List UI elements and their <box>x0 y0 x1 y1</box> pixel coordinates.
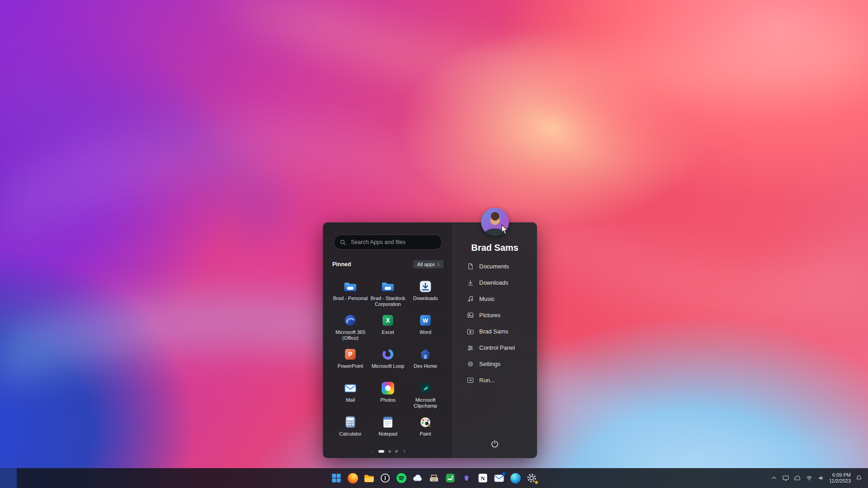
taskbar-left-accent <box>0 468 17 488</box>
quick-link-pictures[interactable]: Pictures <box>453 307 537 323</box>
mouse-cursor <box>501 225 509 235</box>
page-dot[interactable] <box>395 450 398 453</box>
pictures-icon <box>467 311 474 319</box>
pager-prev-icon[interactable] <box>370 449 374 454</box>
mail-icon <box>344 381 357 395</box>
pinned-app-clipchamp[interactable]: Microsoft Clipchamp <box>407 380 444 413</box>
microsoft-365-icon <box>344 314 357 327</box>
app-label: Word <box>420 329 431 335</box>
pinned-app-dev-home[interactable]: Dev Home <box>407 346 444 380</box>
all-apps-button[interactable]: All apps <box>413 260 443 268</box>
pinned-app-word[interactable]: W Word <box>407 312 444 346</box>
volume-icon <box>817 474 825 482</box>
tray-cloud-button[interactable] <box>794 474 801 482</box>
download-icon <box>467 279 474 286</box>
start-button[interactable] <box>331 473 342 483</box>
pinned-app-photos[interactable]: Photos <box>369 380 407 413</box>
pinned-app-microsoft-loop[interactable]: Microsoft Loop <box>369 346 407 380</box>
onedrive-folder-icon <box>344 280 357 293</box>
app-label: Calculator <box>339 431 362 437</box>
app-label: Microsoft Clipchamp <box>407 397 444 408</box>
tray-time: 6:09 PM <box>829 472 851 478</box>
pinned-app-brad-stardock[interactable]: Brad - Stardock Corporation <box>369 278 407 312</box>
pinned-app-paint[interactable]: Paint <box>407 413 444 447</box>
quick-links: Documents Downloads Music Pictures Brad … <box>453 258 537 388</box>
pinned-app-brad-personal[interactable]: Brad - Personal <box>332 278 369 312</box>
taskbar-gem-app[interactable] <box>461 473 472 483</box>
system-tray: 6:09 PM 11/2/2023 <box>770 468 863 488</box>
pinned-app-powerpoint[interactable]: P PowerPoint <box>332 346 369 380</box>
circle-app-icon <box>380 473 391 483</box>
taskbar-typewriter-app[interactable] <box>429 473 439 483</box>
taskbar-settings[interactable] <box>526 473 537 483</box>
bell-icon <box>855 474 863 482</box>
page-dot[interactable] <box>378 450 384 453</box>
notion-icon: N <box>477 473 488 483</box>
quick-link-music[interactable]: Music <box>453 291 537 307</box>
quick-link-downloads[interactable]: Downloads <box>453 274 537 291</box>
quick-link-label: Documents <box>479 263 509 270</box>
taskbar-mail[interactable] <box>494 473 505 483</box>
taskbar-green-app[interactable] <box>445 473 456 483</box>
app-label: Paint <box>420 431 431 437</box>
music-icon <box>467 295 474 303</box>
tray-network-button[interactable] <box>806 474 813 482</box>
notification-center-button[interactable] <box>855 474 863 482</box>
paint-icon <box>419 415 432 429</box>
taskbar-spotify[interactable] <box>396 473 407 483</box>
power-icon <box>490 439 500 449</box>
taskbar-circle-app[interactable] <box>380 473 391 483</box>
quick-link-label: Music <box>479 296 495 302</box>
app-label: Downloads <box>413 296 438 301</box>
pinned-app-calculator[interactable]: Calculator <box>332 413 369 447</box>
tray-display-button[interactable] <box>782 474 789 482</box>
power-button[interactable] <box>487 436 503 451</box>
notepad-icon <box>381 415 395 429</box>
downloads-icon <box>419 280 432 293</box>
svg-text:P: P <box>348 351 352 358</box>
excel-icon: X <box>381 314 395 327</box>
taskbar-cloud-app[interactable] <box>412 473 423 483</box>
quick-link-label: Downloads <box>479 279 508 286</box>
display-icon <box>782 474 789 482</box>
settings-notification-badge <box>534 480 538 484</box>
tray-volume-button[interactable] <box>817 474 825 482</box>
app-label: Excel <box>382 329 394 335</box>
word-icon: W <box>419 314 432 327</box>
search-box[interactable] <box>334 235 442 250</box>
app-label: Microsoft 365 (Office) <box>332 329 369 341</box>
svg-text:N: N <box>481 475 485 482</box>
page-dot[interactable] <box>388 450 391 453</box>
app-label: Photos <box>380 397 396 403</box>
svg-text:X: X <box>386 317 390 324</box>
pager-next-icon[interactable] <box>402 449 406 454</box>
clock[interactable]: 6:09 PM 11/2/2023 <box>829 472 851 484</box>
taskbar-firefox[interactable] <box>347 473 358 483</box>
app-label: Brad - Personal <box>333 296 368 301</box>
pinned-app-mail[interactable]: Mail <box>332 380 369 413</box>
pinned-app-microsoft-365[interactable]: Microsoft 365 (Office) <box>332 312 369 346</box>
wifi-icon <box>806 474 813 482</box>
search-input[interactable] <box>350 239 436 246</box>
taskbar-notion[interactable]: N <box>477 473 488 483</box>
tray-overflow-button[interactable] <box>770 474 778 482</box>
quick-link-control-panel[interactable]: Control Panel <box>453 339 537 356</box>
quick-link-documents[interactable]: Documents <box>453 258 537 274</box>
pinned-app-notepad[interactable]: Notepad <box>369 413 407 447</box>
start-menu-right-pane: Brad Sams Documents Downloads Music Pict… <box>453 223 537 458</box>
calculator-icon <box>344 415 357 429</box>
powerpoint-icon: P <box>344 347 357 361</box>
quick-link-label: Control Panel <box>479 344 515 351</box>
taskbar-edge[interactable] <box>510 473 521 483</box>
taskbar-file-explorer[interactable] <box>363 473 374 483</box>
quick-link-run[interactable]: Run... <box>453 372 537 388</box>
purple-gem-icon <box>461 473 472 483</box>
typewriter-icon <box>429 473 439 483</box>
tray-date: 11/2/2023 <box>829 478 851 484</box>
pinned-app-excel[interactable]: X Excel <box>369 312 407 346</box>
start-menu-left-pane: Pinned All apps Brad - Personal Brad - S… <box>323 223 453 458</box>
quick-link-user-folder[interactable]: Brad Sams <box>453 323 537 339</box>
run-icon <box>467 376 474 384</box>
quick-link-settings[interactable]: Settings <box>453 356 537 372</box>
pinned-app-downloads[interactable]: Downloads <box>407 278 444 312</box>
